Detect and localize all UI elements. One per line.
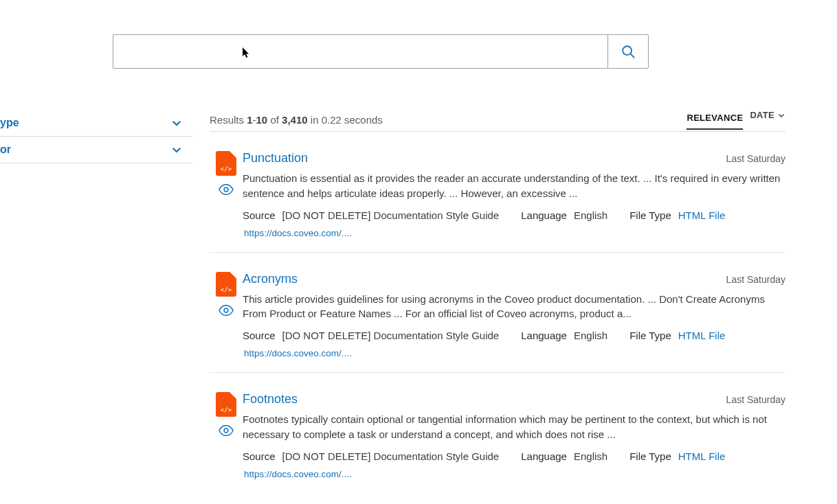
result-item: </> Punctuation Last Saturday Punctuatio… [210,132,785,253]
result-title[interactable]: Footnotes [243,392,298,406]
meta-filetype-value[interactable]: HTML File [678,450,726,462]
file-icon-code: </> [221,406,232,413]
search-area [113,0,837,69]
results-topbar: Results 1-10 of 3,410 in 0.22 seconds RE… [210,110,785,132]
quickview-button[interactable] [219,305,234,318]
meta-filetype-label: File Type [629,330,671,341]
quickview-button[interactable] [219,184,234,197]
svg-point-0 [623,46,632,55]
result-meta: Source [DO NOT DELETE] Documentation Sty… [243,450,785,462]
meta-language-value: English [574,450,607,462]
result-body: Punctuation Last Saturday Punctuation is… [243,151,785,238]
result-title[interactable]: Acronyms [243,272,298,286]
sort-date[interactable]: DATE [750,110,785,126]
result-header: Punctuation Last Saturday [243,151,785,165]
summary-of: of [267,114,282,126]
summary-from: 1 [247,114,252,126]
svg-line-1 [631,54,635,58]
meta-source-value: [DO NOT DELETE] Documentation Style Guid… [282,209,500,221]
quickview-button[interactable] [219,425,234,438]
result-icon-column: </> [210,272,243,359]
result-excerpt: Punctuation is essential as it provides … [243,171,785,201]
svg-point-2 [224,187,228,192]
html-file-icon: </> [216,272,236,297]
result-excerpt: Footnotes typically contain optional or … [243,412,785,442]
meta-filetype: File Type HTML File [629,209,725,221]
summary-prefix: Results [210,114,247,126]
result-url[interactable]: https://docs.coveo.com/.... [244,348,785,358]
meta-source: Source [DO NOT DELETE] Documentation Sty… [243,450,499,462]
result-date: Last Saturday [726,153,785,164]
facet-sidebar: ype or [0,110,192,493]
meta-language: Language English [521,209,607,221]
meta-filetype-value[interactable]: HTML File [678,330,726,341]
result-excerpt: This article provides guidelines for usi… [243,292,785,322]
svg-point-3 [224,308,228,312]
html-file-icon: </> [216,151,236,176]
chevron-down-icon [170,117,183,129]
sort-relevance-label: RELEVANCE [687,113,743,123]
chevron-down-icon [777,111,785,119]
meta-source: Source [DO NOT DELETE] Documentation Sty… [243,209,499,221]
result-body: Footnotes Last Saturday Footnotes typica… [243,392,785,479]
result-header: Acronyms Last Saturday [243,272,785,286]
result-url[interactable]: https://docs.coveo.com/.... [244,469,785,479]
search-row [113,34,649,69]
result-item: </> Footnotes Last Saturday Footnotes ty… [210,373,785,493]
meta-filetype-value[interactable]: HTML File [678,209,726,221]
summary-time: 0.22 seconds [322,114,383,126]
file-icon-code: </> [221,165,232,172]
result-item: </> Acronyms Last Saturday This article … [210,253,785,374]
results-main: Results 1-10 of 3,410 in 0.22 seconds RE… [192,110,837,493]
meta-source-value: [DO NOT DELETE] Documentation Style Guid… [282,330,500,341]
search-button[interactable] [607,34,649,69]
meta-language: Language English [521,450,607,462]
facet-label: ype [0,117,19,129]
search-input[interactable] [113,34,607,69]
meta-source-label: Source [243,330,276,341]
results-list: </> Punctuation Last Saturday Punctuatio… [210,132,785,493]
sort-date-label: DATE [750,110,774,120]
search-icon [621,44,636,59]
result-icon-column: </> [210,392,243,479]
meta-language-label: Language [521,330,567,341]
result-icon-column: </> [210,151,243,238]
sort-relevance[interactable]: RELEVANCE [687,113,743,130]
meta-filetype: File Type HTML File [629,450,725,462]
facet-type[interactable]: ype [0,110,192,137]
meta-source-value: [DO NOT DELETE] Documentation Style Guid… [282,450,500,462]
svg-point-4 [224,428,228,433]
results-summary: Results 1-10 of 3,410 in 0.22 seconds [210,114,383,126]
meta-language: Language English [521,330,607,341]
result-date: Last Saturday [726,274,785,285]
meta-language-label: Language [521,209,567,221]
chevron-down-icon [170,144,183,156]
summary-time-prefix: in [308,114,322,126]
meta-source-label: Source [243,450,276,462]
result-header: Footnotes Last Saturday [243,392,785,406]
meta-filetype-label: File Type [629,450,671,462]
summary-total: 3,410 [282,114,308,126]
result-url[interactable]: https://docs.coveo.com/.... [244,228,785,238]
facet-label: or [0,144,11,156]
summary-to: 10 [256,114,268,126]
result-title[interactable]: Punctuation [243,151,308,165]
meta-language-value: English [574,330,607,341]
result-meta: Source [DO NOT DELETE] Documentation Sty… [243,330,785,341]
sort-options: RELEVANCE DATE [687,110,785,126]
result-date: Last Saturday [726,394,785,405]
meta-filetype: File Type HTML File [629,330,725,341]
facet-author[interactable]: or [0,137,192,163]
meta-source: Source [DO NOT DELETE] Documentation Sty… [243,330,499,341]
meta-language-value: English [574,209,607,221]
result-body: Acronyms Last Saturday This article prov… [243,272,785,359]
html-file-icon: </> [216,392,236,417]
meta-source-label: Source [243,209,276,221]
file-icon-code: </> [221,286,232,293]
content-area: ype or Results 1-10 of 3,410 in 0.22 sec… [0,110,837,493]
meta-filetype-label: File Type [629,209,671,221]
meta-language-label: Language [521,450,567,462]
result-meta: Source [DO NOT DELETE] Documentation Sty… [243,209,785,221]
